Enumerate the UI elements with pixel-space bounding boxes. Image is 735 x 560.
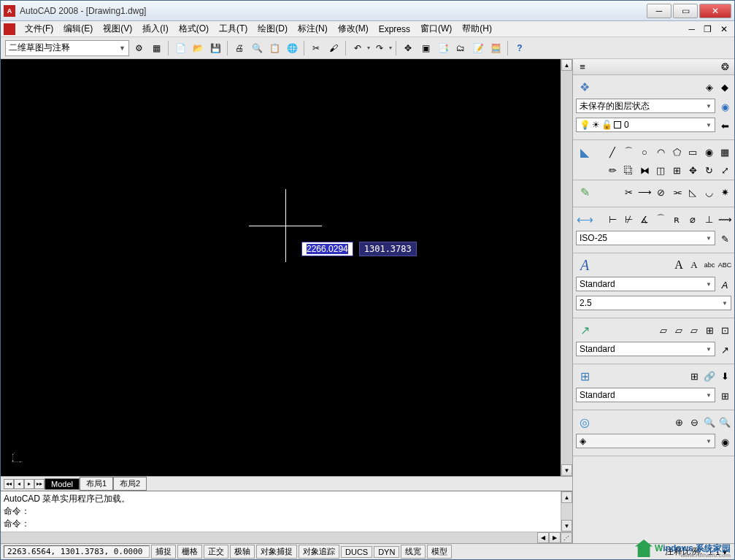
- palette-settings-icon[interactable]: ❂: [718, 61, 731, 74]
- palette-menu-icon[interactable]: ≡: [576, 61, 589, 74]
- scroll-up-icon[interactable]: ▲: [561, 59, 572, 71]
- erase-tool-icon[interactable]: ✏: [606, 164, 619, 177]
- menu-dimension[interactable]: 标注(N): [293, 21, 333, 37]
- diameter-dim-icon[interactable]: ⌀: [686, 212, 699, 226]
- tab-last-icon[interactable]: ▸▸: [34, 479, 45, 489]
- text-style-manager-icon[interactable]: A: [718, 279, 731, 292]
- status-ducs[interactable]: DUCS: [341, 546, 372, 558]
- extend-tool-icon[interactable]: ⟶: [638, 185, 651, 199]
- scroll-down-icon[interactable]: ▼: [561, 464, 572, 476]
- status-otrack[interactable]: 对象追踪: [299, 545, 339, 559]
- help-icon[interactable]: ?: [512, 40, 528, 56]
- fillet-tool-icon[interactable]: ◡: [702, 185, 715, 199]
- view-combo[interactable]: ◈ ▼: [576, 434, 715, 448]
- save-icon[interactable]: 💾: [207, 40, 223, 56]
- tool-palettes-icon[interactable]: 🗂: [453, 40, 469, 56]
- dim-style-combo[interactable]: ISO-25 ▼: [576, 231, 715, 245]
- array-tool-icon[interactable]: ⊞: [670, 164, 683, 177]
- polygon-tool-icon[interactable]: ⬠: [670, 145, 683, 158]
- move-tool-icon[interactable]: ✥: [686, 164, 699, 177]
- status-model[interactable]: 模型: [427, 545, 452, 559]
- polyline-tool-icon[interactable]: ⌒: [622, 145, 635, 158]
- mirror-tool-icon[interactable]: ⧓: [638, 164, 651, 177]
- ellipse-tool-icon[interactable]: ◉: [702, 145, 715, 158]
- match-properties-icon[interactable]: 🖌: [326, 40, 342, 56]
- linear-dim-icon[interactable]: ⊢: [606, 212, 619, 226]
- draw-panel-icon[interactable]: ◣: [576, 143, 593, 161]
- autocad-icon[interactable]: [4, 23, 15, 35]
- status-coords[interactable]: 2263.6564, 1301.3783, 0.0000: [4, 545, 150, 558]
- status-ortho[interactable]: 正交: [204, 545, 228, 559]
- block-editor-icon[interactable]: ▣: [417, 40, 434, 56]
- menu-format[interactable]: 格式(O): [174, 21, 214, 37]
- undo-icon[interactable]: ↶: [350, 40, 366, 56]
- layer-tool1-icon[interactable]: ◈: [703, 80, 716, 93]
- mdi-close[interactable]: ✕: [717, 23, 731, 35]
- menu-modify[interactable]: 修改(M): [333, 21, 374, 37]
- mtext-icon[interactable]: A: [672, 258, 685, 272]
- join-tool-icon[interactable]: ⫘: [670, 185, 683, 199]
- layer-previous-icon[interactable]: ⬅: [718, 120, 731, 133]
- print-icon[interactable]: 🖨: [231, 40, 247, 56]
- trim-tool-icon[interactable]: ✂: [622, 185, 635, 199]
- mleader-add-icon[interactable]: ▱: [672, 323, 685, 337]
- menu-file[interactable]: 文件(F): [20, 21, 58, 37]
- table-style-combo[interactable]: Standard ▼: [576, 388, 715, 402]
- scale-tool-icon[interactable]: ⤢: [718, 164, 731, 177]
- minimize-button[interactable]: ─: [647, 4, 671, 18]
- table-create-icon[interactable]: ⊞: [688, 369, 701, 383]
- cmd-hscroll[interactable]: ◀ ▶ ⋰: [1, 532, 572, 543]
- zoom-window-icon[interactable]: ⊖: [688, 415, 701, 429]
- circle-tool-icon[interactable]: ○: [638, 145, 651, 158]
- zoom-realtime-icon[interactable]: ⊕: [672, 415, 685, 429]
- dimension-panel-icon[interactable]: ⟷: [576, 210, 593, 228]
- drawing-canvas[interactable]: 2266.0294 1301.3783 Y X: [1, 59, 561, 476]
- nav-panel-icon[interactable]: ◎: [576, 413, 593, 431]
- leader-style-combo[interactable]: Standard ▼: [576, 342, 715, 356]
- workspace-settings-icon[interactable]: ⚙: [131, 40, 147, 56]
- aligned-dim-icon[interactable]: ⊬: [622, 212, 635, 226]
- close-button[interactable]: ✕: [699, 4, 731, 18]
- ordinate-dim-icon[interactable]: ⊥: [702, 212, 715, 226]
- arc-tool-icon[interactable]: ◠: [654, 145, 667, 158]
- command-text[interactable]: AutoCAD 菜单实用程序已加载。 命令： 命令：: [1, 491, 561, 532]
- mleader-collect-icon[interactable]: ⊡: [718, 323, 731, 337]
- calculator-icon[interactable]: 🧮: [488, 40, 504, 56]
- open-icon[interactable]: 📂: [190, 40, 206, 56]
- cmd-hscroll-left[interactable]: ◀: [537, 532, 549, 543]
- undo-dropdown-icon[interactable]: ▾: [367, 45, 370, 51]
- mleader-icon[interactable]: ▱: [657, 323, 670, 337]
- break-tool-icon[interactable]: ⊘: [654, 185, 667, 199]
- text-tool-icon[interactable]: A: [688, 258, 701, 272]
- table-style-manager-icon[interactable]: ⊞: [718, 390, 731, 403]
- text-height-combo[interactable]: 2.5 ▼: [576, 296, 731, 310]
- mdi-restore[interactable]: ❐: [700, 23, 715, 35]
- rectangle-tool-icon[interactable]: ▭: [686, 145, 699, 158]
- markup-icon[interactable]: 📝: [470, 40, 486, 56]
- layer-current-combo[interactable]: 💡 ☀ 🔓 0 ▼: [576, 118, 715, 132]
- table-link-icon[interactable]: 🔗: [703, 369, 716, 383]
- text-panel-icon[interactable]: A: [576, 256, 593, 274]
- redo-icon[interactable]: ↷: [372, 40, 388, 56]
- cmd-scroll-down[interactable]: ▼: [561, 520, 572, 532]
- offset-tool-icon[interactable]: ◫: [654, 164, 667, 177]
- explode-tool-icon[interactable]: ✷: [718, 185, 731, 199]
- workspace-combo[interactable]: 二维草图与注释 ▼: [5, 40, 129, 56]
- cmd-vscroll[interactable]: ▲ ▼: [561, 491, 572, 532]
- publish-icon[interactable]: 📋: [266, 40, 282, 56]
- hatch-tool-icon[interactable]: ▦: [718, 145, 731, 158]
- status-snap[interactable]: 捕捉: [151, 545, 176, 559]
- dynamic-input-y[interactable]: 1301.3783: [359, 242, 417, 256]
- tab-prev-icon[interactable]: ◂: [14, 479, 24, 489]
- zoom-previous-icon[interactable]: 🔍: [718, 415, 731, 429]
- tab-next-icon[interactable]: ▸: [24, 479, 34, 489]
- menu-draw[interactable]: 绘图(D): [253, 21, 293, 37]
- leader-panel-icon[interactable]: ↗: [576, 321, 593, 339]
- mleader-align-icon[interactable]: ⊞: [703, 323, 716, 337]
- status-grid[interactable]: 栅格: [177, 545, 202, 559]
- layers-icon[interactable]: ❖: [576, 78, 593, 96]
- sheet-icon[interactable]: 📑: [435, 40, 451, 56]
- dashboard-icon[interactable]: ▦: [148, 40, 164, 56]
- status-osnap[interactable]: 对象捕捉: [256, 545, 297, 559]
- zoom-extents-icon[interactable]: 🔍: [703, 415, 716, 429]
